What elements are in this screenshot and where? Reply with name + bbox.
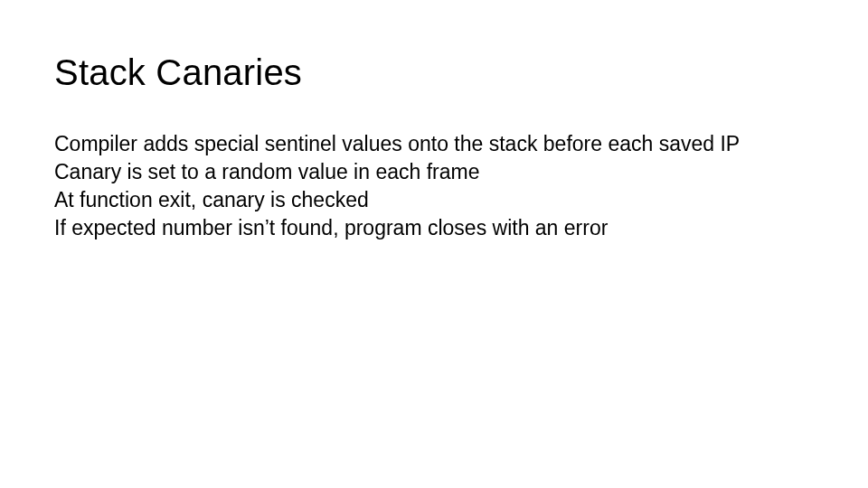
body-line: At function exit, canary is checked xyxy=(54,188,814,212)
body-line: If expected number isn’t found, program … xyxy=(54,216,814,240)
body-line: Compiler adds special sentinel values on… xyxy=(54,132,814,156)
slide: Stack Canaries Compiler adds special sen… xyxy=(0,0,868,488)
slide-title: Stack Canaries xyxy=(54,52,814,92)
slide-body: Compiler adds special sentinel values on… xyxy=(54,132,814,241)
body-line: Canary is set to a random value in each … xyxy=(54,160,814,184)
